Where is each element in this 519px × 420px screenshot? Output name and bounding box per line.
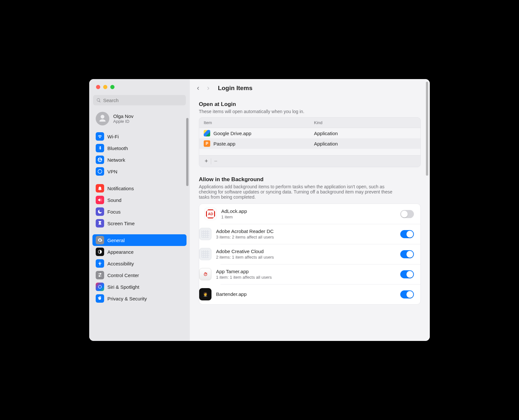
sidebar-label: Screen Time [107, 221, 135, 226]
forward-button[interactable]: › [207, 85, 209, 92]
login-row-empty [199, 149, 420, 155]
hand-icon [96, 294, 104, 303]
apptamer-icon: ⏱ [199, 268, 211, 280]
bg-toggle[interactable] [400, 270, 414, 278]
col-item: Item [204, 120, 314, 125]
bg-item: Adobe Acrobat Reader DC 3 items: 2 items… [199, 224, 420, 244]
sidebar-item-focus[interactable]: Focus [92, 206, 187, 217]
generic-app-icon [199, 228, 211, 240]
page-title: Login Items [218, 85, 253, 92]
bg-name: AdLock.app [221, 208, 396, 214]
generic-app-icon [199, 248, 211, 260]
bell-icon [96, 184, 104, 192]
speaker-icon [96, 196, 104, 204]
moon-icon [96, 207, 104, 216]
minimize-window[interactable] [103, 85, 107, 89]
bg-toggle[interactable] [400, 250, 414, 258]
avatar [96, 112, 109, 125]
sidebar-item-appearance[interactable]: Appearance [92, 246, 187, 258]
add-login-item[interactable]: + [202, 157, 211, 166]
content: Open at Login These items will open auto… [190, 97, 430, 341]
nav-arrows: ‹ › [197, 85, 210, 92]
sidebar-label: Appearance [107, 249, 134, 255]
sidebar-item-bluetooth[interactable]: Bluetooth [92, 142, 187, 154]
login-row-name: Paste.app [213, 141, 235, 146]
main-panel: ‹ › Login Items Open at Login These item… [190, 79, 430, 341]
sidebar-item-accessibility[interactable]: Accessibility [92, 258, 187, 269]
sidebar-item-privacy[interactable]: Privacy & Security [92, 293, 187, 304]
sidebar-item-siri[interactable]: Siri & Spotlight [92, 281, 187, 293]
globe-icon [96, 156, 104, 164]
bluetooth-icon [96, 144, 104, 152]
sidebar-list: Wi-Fi Bluetooth Network VPN [89, 131, 190, 341]
sidebar-item-controlcenter[interactable]: Control Center [92, 269, 187, 281]
sidebar-label: Accessibility [107, 261, 134, 266]
login-row[interactable]: Google Drive.app Application [199, 128, 420, 138]
sidebar-scrollbar[interactable] [186, 118, 188, 186]
back-button[interactable]: ‹ [197, 85, 199, 92]
bg-sub: 1 item [221, 215, 396, 219]
login-row[interactable]: P Paste.app Application [199, 138, 420, 149]
wifi-icon [96, 132, 104, 141]
sidebar-label: Focus [107, 209, 121, 215]
col-kind: Kind [314, 120, 322, 125]
settings-window: Olga Nov Apple ID Wi-Fi Bluetooth Networ… [89, 79, 430, 341]
bg-item: Adobe Creative Cloud 2 items: 1 item aff… [199, 244, 420, 264]
background-list: AD AdLock.app 1 item Adobe Acrobat Reade… [199, 204, 421, 305]
zoom-window[interactable] [110, 85, 115, 89]
account-row[interactable]: Olga Nov Apple ID [89, 109, 190, 131]
bg-name: Adobe Creative Cloud [216, 249, 396, 254]
sidebar-label: Wi-Fi [107, 134, 119, 139]
bg-item: 🤵 Bartender.app [199, 284, 420, 304]
bg-toggle[interactable] [400, 210, 414, 218]
bg-name: App Tamer.app [216, 269, 396, 274]
adlock-icon: AD [204, 208, 217, 220]
bg-sub: 1 item: 1 item affects all users [216, 275, 396, 280]
bg-toggle[interactable] [400, 290, 414, 298]
login-row-name: Google Drive.app [213, 131, 251, 136]
sidebar-item-notifications[interactable]: Notifications [92, 182, 187, 194]
search-input[interactable] [103, 98, 183, 103]
bartender-icon: 🤵 [199, 288, 211, 300]
login-table-footer: + − [199, 155, 420, 167]
sidebar-label: Privacy & Security [107, 296, 147, 301]
login-table: Item Kind Google Drive.app Application P [199, 117, 421, 167]
sidebar-label: Network [107, 157, 125, 163]
open-login-heading: Open at Login [199, 101, 421, 108]
remove-login-item[interactable]: − [211, 157, 220, 166]
bg-toggle[interactable] [400, 230, 414, 238]
sidebar-item-general[interactable]: General [92, 234, 187, 246]
account-sub: Apple ID [113, 119, 134, 124]
bg-sub: 2 items: 1 item affects all users [216, 255, 396, 260]
vpn-icon [96, 167, 104, 176]
sidebar-item-wifi[interactable]: Wi-Fi [92, 131, 187, 142]
main-scrollbar[interactable] [426, 82, 428, 176]
sidebar-item-vpn[interactable]: VPN [92, 166, 187, 177]
sidebar-label: Siri & Spotlight [107, 284, 139, 290]
login-table-head: Item Kind [199, 118, 420, 128]
siri-icon [96, 283, 104, 291]
toolbar: ‹ › Login Items [190, 79, 430, 97]
bg-item: AD AdLock.app 1 item [199, 204, 420, 224]
search-icon [96, 98, 101, 103]
login-row-kind: Application [314, 141, 338, 146]
gear-icon [96, 236, 104, 244]
sliders-icon [96, 271, 104, 279]
appearance-icon [96, 248, 104, 256]
window-controls [89, 85, 190, 89]
googledrive-icon [204, 130, 210, 136]
sidebar: Olga Nov Apple ID Wi-Fi Bluetooth Networ… [89, 79, 190, 341]
sidebar-item-network[interactable]: Network [92, 154, 187, 166]
sidebar-label: Control Center [107, 273, 139, 278]
background-sub: Applications add background items to per… [199, 184, 400, 200]
sidebar-item-sound[interactable]: Sound [92, 194, 187, 206]
search-field[interactable] [93, 95, 186, 105]
accessibility-icon [96, 259, 104, 268]
sidebar-label: General [107, 238, 125, 243]
sidebar-item-screentime[interactable]: Screen Time [92, 217, 187, 229]
bg-name: Bartender.app [216, 291, 396, 297]
bg-sub: 3 items: 2 items affect all users [216, 235, 396, 239]
close-window[interactable] [96, 85, 100, 89]
paste-icon: P [204, 140, 210, 147]
sidebar-label: Notifications [107, 186, 134, 191]
